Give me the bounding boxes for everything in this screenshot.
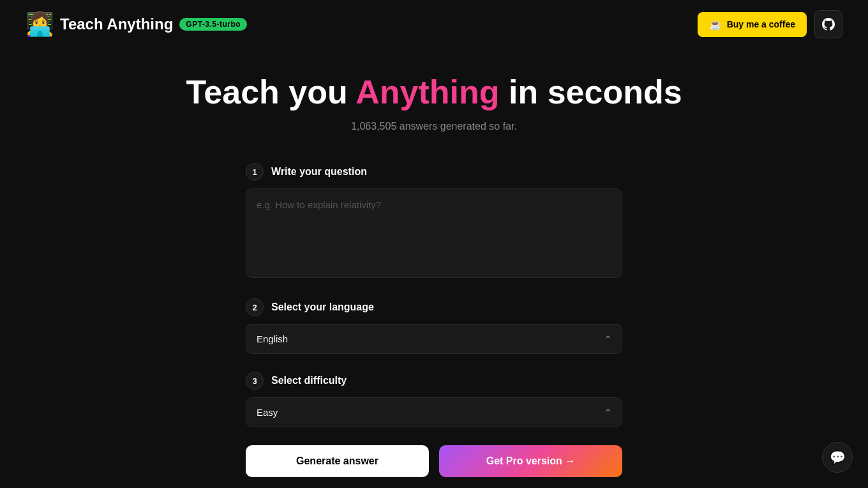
difficulty-select[interactable]: Easy Medium Hard — [246, 397, 622, 427]
coffee-icon: ☕ — [709, 19, 722, 31]
gpt-badge: GPT-3.5-turbo — [179, 18, 247, 31]
github-button[interactable] — [814, 10, 842, 38]
language-select[interactable]: English Spanish French German Japanese C… — [246, 324, 622, 354]
chat-icon: 💬 — [830, 450, 846, 465]
difficulty-select-wrapper: Easy Medium Hard — [246, 397, 622, 427]
step3-title: Select difficulty — [271, 375, 347, 386]
step1-label: 1 Write your question — [246, 163, 622, 181]
difficulty-select-container: Easy Medium Hard — [246, 397, 622, 427]
header: 👩‍💻 Teach Anything GPT-3.5-turbo ☕ Buy m… — [0, 0, 868, 49]
step2-title: Select your language — [271, 301, 374, 313]
logo-area: 👩‍💻 Teach Anything GPT-3.5-turbo — [26, 10, 247, 38]
step2-number: 2 — [246, 298, 264, 316]
github-icon — [822, 18, 835, 31]
language-select-container: English Spanish French German Japanese C… — [246, 324, 622, 354]
form-container: 1 Write your question 2 Select your lang… — [246, 163, 622, 488]
pro-version-button[interactable]: Get Pro version → — [439, 445, 622, 477]
logo-text: Teach Anything — [60, 15, 173, 33]
buttons-row: Generate answer Get Pro version → — [246, 445, 622, 477]
step1-title: Write your question — [271, 166, 367, 178]
headline: Teach you Anything in seconds — [186, 74, 682, 111]
header-actions: ☕ Buy me a coffee — [698, 10, 842, 38]
buy-coffee-button[interactable]: ☕ Buy me a coffee — [698, 12, 807, 37]
generate-button[interactable]: Generate answer — [246, 445, 429, 477]
question-input[interactable] — [246, 188, 622, 278]
chat-bubble[interactable]: 💬 — [822, 442, 853, 473]
step2-label: 2 Select your language — [246, 298, 622, 316]
step1-number: 1 — [246, 163, 264, 181]
logo-icon: 👩‍💻 — [26, 10, 54, 38]
step3-label: 3 Select difficulty — [246, 372, 622, 390]
headline-anything: Anything — [355, 73, 499, 111]
language-select-wrapper: English Spanish French German Japanese C… — [246, 324, 622, 354]
headline-part2: in seconds — [500, 73, 682, 111]
headline-part1: Teach you — [186, 73, 355, 111]
buy-coffee-label: Buy me a coffee — [727, 19, 795, 29]
subtitle: 1,063,505 answers generated so far. — [351, 121, 517, 132]
main-content: Teach you Anything in seconds 1,063,505 … — [0, 49, 868, 488]
step3-number: 3 — [246, 372, 264, 390]
